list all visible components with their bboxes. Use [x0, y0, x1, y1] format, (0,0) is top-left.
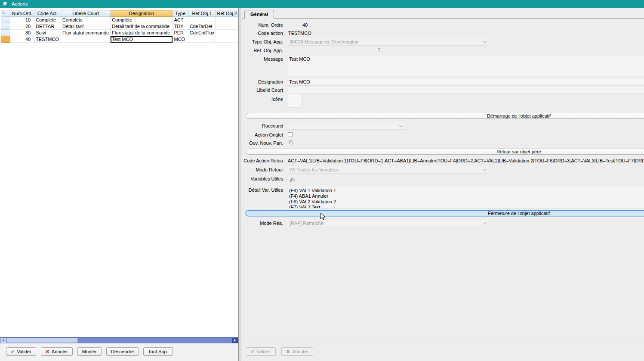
- section-demarrage: Démarrage de l'objet applicatif: [246, 113, 644, 119]
- cell-designation[interactable]: Détail tarif de la commande: [111, 23, 173, 30]
- form-valider-button[interactable]: ✔Valider: [246, 347, 276, 356]
- cell-ref-obj-1[interactable]: CdeTarDet: [188, 23, 216, 30]
- column-header-designation[interactable]: Désignation: [111, 10, 173, 17]
- detail-var-utiles-field[interactable]: (F8) VAL1 Validation 1 (F4) ABA1 Annuler…: [288, 187, 644, 209]
- cell-ref-obj-1[interactable]: CdeEntFlux: [188, 30, 216, 36]
- variables-utiles-button[interactable]: ✍: [287, 175, 297, 185]
- grid-row-selected[interactable]: 40 TESTMCO Test MCO MCO: [1, 36, 238, 43]
- grid-corner-cell[interactable]: ✎: [1, 10, 10, 17]
- designation-field[interactable]: Test MCO: [288, 78, 644, 86]
- row-selector[interactable]: [1, 30, 10, 36]
- chevron-down-icon: [399, 124, 403, 127]
- cell-num-ord[interactable]: 10: [10, 17, 34, 23]
- mode-retour-value: [V] Toutes les Variables: [288, 166, 482, 174]
- scroll-left-button[interactable]: [0, 338, 6, 343]
- app-icon: [3, 2, 8, 6]
- section-fermeture[interactable]: Fermeture de l'objet applicatif: [246, 210, 644, 216]
- mode-retour-select[interactable]: [V] Toutes les Variables: [288, 166, 489, 174]
- section-fermeture-label: Fermeture de l'objet applicatif: [488, 211, 550, 216]
- ref-obj-app-field[interactable]: [288, 47, 374, 54]
- cell-type[interactable]: PER: [173, 30, 188, 36]
- cell-type[interactable]: TDY: [173, 23, 188, 30]
- general-form: Num. Ordre 40 Code action TESTMCO Type O…: [242, 18, 644, 343]
- form-valider-label: Valider: [256, 349, 271, 354]
- cell-ref-obj-2[interactable]: [216, 17, 238, 23]
- action-onglet-checkbox[interactable]: [288, 132, 293, 137]
- grid-row[interactable]: 10 Complete Complète Complète ACT: [1, 17, 238, 23]
- icone-box[interactable]: [288, 93, 302, 107]
- raccourci-select[interactable]: [288, 122, 405, 130]
- column-header-ref-obj-2[interactable]: Réf.Obj.2: [216, 10, 238, 17]
- cell-code-act[interactable]: TESTMCO: [34, 36, 61, 43]
- designation-value: Test MCO: [289, 79, 310, 84]
- column-header-code-act[interactable]: Code Act.: [34, 10, 61, 17]
- cell-libelle-court[interactable]: [61, 36, 110, 43]
- action-onglet-label: Action Onglet: [242, 132, 283, 137]
- mode-rea-select[interactable]: [RAF] Rafraîchir: [288, 220, 489, 227]
- writing-hand-icon: ✍: [289, 176, 296, 184]
- column-header-type[interactable]: Type: [173, 10, 188, 17]
- valider-label: Valider: [17, 349, 31, 354]
- row-selector[interactable]: [1, 23, 10, 30]
- cell-type[interactable]: ACT: [173, 17, 188, 23]
- window-title: Actions: [12, 1, 28, 6]
- x-icon: ✖: [46, 349, 49, 354]
- check-icon: ✔: [250, 349, 254, 354]
- cell-code-act[interactable]: Complete: [34, 17, 61, 23]
- cell-type[interactable]: MCO: [173, 36, 188, 43]
- titlebar: Actions: [0, 0, 644, 8]
- scroll-right-button[interactable]: [232, 338, 238, 343]
- scrollbar-thumb[interactable]: [6, 338, 78, 343]
- descendre-button[interactable]: Descendre: [106, 347, 139, 356]
- cell-ref-obj-2[interactable]: [216, 30, 238, 36]
- cell-ref-obj-1[interactable]: [188, 36, 216, 43]
- cell-ref-obj-2[interactable]: [216, 23, 238, 30]
- annuler-button[interactable]: ✖Annuler: [41, 347, 73, 356]
- code-action-retour-value[interactable]: ACT=VAL1|LIB=Validation 1|TOU=F8|ORD=1,A…: [288, 158, 644, 163]
- monter-button[interactable]: Monter: [77, 347, 102, 356]
- grid-row[interactable]: 20 DETTAR Détail tarif Détail tarif de l…: [1, 23, 238, 30]
- cell-num-ord[interactable]: 40: [10, 36, 34, 43]
- libelle-court-field[interactable]: [288, 87, 644, 94]
- type-obj-app-value: [MCO] Message de Confirmation: [288, 38, 482, 46]
- cell-designation[interactable]: Complète: [111, 17, 173, 23]
- section-retour: Retour sur objet père: [246, 149, 644, 155]
- cell-ref-obj-2[interactable]: [216, 36, 238, 43]
- cell-num-ord[interactable]: 20: [10, 23, 34, 30]
- cell-designation-editing[interactable]: Test MCO: [111, 36, 173, 43]
- mode-rea-label: Mode Réa.: [242, 221, 283, 226]
- form-annuler-button[interactable]: ✖Annuler: [281, 347, 313, 356]
- num-ordre-value[interactable]: 40: [302, 22, 308, 28]
- cell-code-act[interactable]: Suivi: [34, 30, 61, 36]
- column-header-libelle-court[interactable]: Libellé Court: [61, 10, 110, 17]
- tout-sup-label: Tout Sup.: [148, 349, 168, 354]
- cell-libelle-court[interactable]: Détail tarif: [61, 23, 110, 30]
- annuler-label: Annuler: [52, 349, 68, 354]
- cell-designation[interactable]: Flux statut de la commande: [111, 30, 173, 36]
- ouv-nouv-pan-checkbox[interactable]: [288, 140, 293, 145]
- cell-libelle-court[interactable]: Complète: [61, 17, 110, 23]
- row-selector[interactable]: [1, 17, 10, 23]
- row-selector-active[interactable]: [1, 36, 10, 43]
- type-obj-app-label: Type Obj. App.: [242, 39, 283, 44]
- tab-general[interactable]: Général: [244, 10, 274, 19]
- grid-row[interactable]: 30 Suivi Flux statut commande Flux statu…: [1, 30, 238, 36]
- cell-num-ord[interactable]: 30: [10, 30, 34, 36]
- help-question-mark[interactable]: ?: [378, 47, 380, 53]
- type-obj-app-select[interactable]: [MCO] Message de Confirmation: [288, 38, 489, 46]
- tab-general-label: Général: [250, 12, 268, 17]
- horizontal-scrollbar[interactable]: [0, 337, 238, 343]
- tout-sup-button[interactable]: Tout Sup.: [143, 347, 173, 356]
- chevron-down-icon: [483, 221, 487, 224]
- cell-libelle-court[interactable]: Flux statut commande: [61, 30, 110, 36]
- cell-code-act[interactable]: DETTAR: [34, 23, 61, 30]
- code-action-value[interactable]: TESTMCO: [288, 31, 311, 36]
- column-header-num-ord[interactable]: Num.Ord.: [10, 10, 34, 17]
- message-field[interactable]: Test MCO: [288, 56, 644, 76]
- valider-button[interactable]: ✔Valider: [6, 347, 36, 356]
- cell-ref-obj-1[interactable]: [188, 17, 216, 23]
- detail-panel: Général Num. Ordre 40 Code action TESTMC…: [241, 8, 644, 361]
- code-action-retour-label: Code Action Retou: [242, 158, 283, 163]
- column-header-ref-obj-1[interactable]: Réf.Obj.1: [188, 10, 216, 17]
- code-action-label: Code action: [242, 31, 283, 36]
